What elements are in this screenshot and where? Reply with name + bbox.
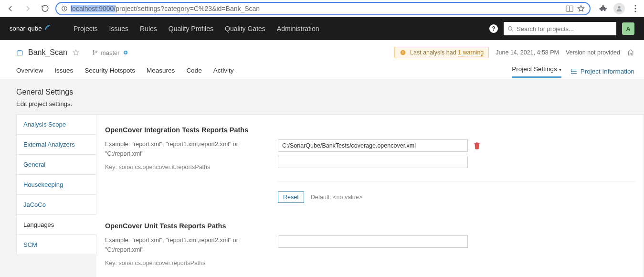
search-box[interactable]: [504, 22, 616, 35]
setting-value-input[interactable]: [278, 235, 468, 248]
tab-code[interactable]: Code: [186, 64, 201, 79]
branch-selector[interactable]: master: [92, 49, 128, 56]
chevron-down-icon: ▾: [559, 67, 561, 72]
tab-security-hotspots[interactable]: Security Hotspots: [84, 64, 135, 79]
svg-point-11: [508, 26, 512, 30]
user-avatar[interactable]: A: [622, 22, 634, 35]
branch-icon: [92, 49, 98, 56]
reset-button[interactable]: Reset: [278, 192, 304, 203]
setting-example: Example: "report.xml", "report1.xml,repo…: [105, 235, 254, 255]
profile-avatar[interactable]: [613, 3, 625, 14]
sidebar-item-housekeeping[interactable]: Housekeeping: [16, 174, 96, 194]
search-icon: [507, 26, 514, 32]
svg-point-5: [618, 6, 620, 8]
list-icon: [571, 69, 578, 75]
nav-quality-profiles[interactable]: Quality Profiles: [169, 25, 213, 32]
page-subtitle: Edit project settings.: [16, 100, 628, 107]
page-body: General Settings Edit project settings. …: [0, 79, 644, 277]
setting-key: Key: sonar.cs.opencover.it.reportsPaths: [105, 162, 254, 172]
back-button[interactable]: [4, 2, 17, 15]
tab-issues[interactable]: Issues: [54, 64, 73, 79]
nav-quality-gates[interactable]: Quality Gates: [225, 25, 265, 32]
menu-icon[interactable]: [631, 4, 640, 13]
svg-point-16: [96, 51, 97, 53]
tab-measures[interactable]: Measures: [147, 64, 175, 79]
version-label: Version not provided: [566, 49, 620, 56]
settings-main: OpenCover Integration Tests Reports Path…: [96, 114, 644, 277]
main-nav: Projects Issues Rules Quality Profiles Q…: [74, 25, 319, 32]
warning-link[interactable]: 1 warning: [458, 49, 484, 56]
reload-button[interactable]: [38, 2, 52, 15]
extensions-icon[interactable]: [598, 4, 608, 13]
setting-title: OpenCover Unit Tests Reports Paths: [105, 222, 635, 230]
reader-icon[interactable]: [566, 5, 573, 12]
svg-point-15: [93, 53, 95, 55]
project-header: Bank_Scan master Last analysis had 1 war…: [0, 40, 644, 79]
sidebar-item-general[interactable]: General: [16, 154, 96, 174]
sidebar-item-jacoco[interactable]: JaCoCo: [16, 194, 96, 214]
setting-example: Example: "report.xml", "report1.xml,repo…: [105, 139, 254, 159]
url-rest: project/settings?category=C%23&id=Bank_S…: [116, 5, 260, 12]
warning-icon: [400, 49, 406, 56]
tab-overview[interactable]: Overview: [16, 64, 43, 79]
svg-text:qube: qube: [28, 25, 42, 32]
setting-value-input[interactable]: [278, 139, 468, 152]
setting-key: Key: sonar.cs.opencover.reportsPaths: [105, 258, 254, 268]
favorite-star-icon[interactable]: [72, 49, 80, 56]
setting-title: OpenCover Integration Tests Reports Path…: [105, 126, 635, 134]
svg-point-7: [634, 8, 636, 9]
project-name: Bank_Scan: [28, 48, 67, 57]
nav-administration[interactable]: Administration: [277, 25, 319, 32]
star-icon[interactable]: [577, 5, 585, 12]
url-selected: localhost:9000/: [71, 5, 116, 12]
forward-button[interactable]: [21, 2, 34, 15]
svg-point-22: [571, 69, 571, 70]
home-icon[interactable]: [627, 49, 634, 56]
svg-line-12: [511, 30, 513, 31]
nav-projects[interactable]: Projects: [74, 25, 98, 32]
project-icon: [16, 49, 23, 56]
nav-rules[interactable]: Rules: [140, 25, 157, 32]
browser-toolbar: localhost:9000/project/settings?category…: [0, 0, 644, 17]
sidebar-item-languages[interactable]: Languages: [16, 214, 96, 234]
info-icon: [61, 5, 68, 12]
branch-name: master: [101, 49, 120, 56]
svg-rect-13: [17, 51, 22, 55]
setting-opencover-unit: OpenCover Unit Tests Reports Paths Examp…: [105, 222, 635, 268]
search-input[interactable]: [517, 25, 612, 32]
analysis-warning: Last analysis had 1 warning: [394, 47, 489, 58]
svg-point-2: [64, 7, 65, 7]
app-header: sonarqube Projects Issues Rules Quality …: [0, 17, 644, 40]
default-label: Default: <no value>: [311, 194, 362, 201]
nav-issues[interactable]: Issues: [109, 25, 128, 32]
address-bar[interactable]: localhost:9000/project/settings?category…: [55, 2, 591, 15]
delete-icon[interactable]: [474, 142, 480, 149]
sidebar-item-scm[interactable]: SCM: [16, 234, 96, 255]
help-icon[interactable]: ?: [489, 24, 498, 33]
svg-point-8: [634, 11, 636, 12]
svg-point-23: [571, 71, 571, 72]
page-title: General Settings: [16, 88, 628, 96]
add-branch-icon[interactable]: [123, 50, 128, 55]
svg-point-14: [93, 50, 95, 52]
logo[interactable]: sonarqube: [10, 23, 62, 34]
analysis-date: June 14, 2021, 4:58 PM: [496, 49, 559, 56]
tab-project-settings[interactable]: Project Settings▾: [512, 65, 561, 78]
settings-sidebar: Analysis Scope External Analyzers Genera…: [16, 114, 96, 277]
setting-value-input-extra[interactable]: [278, 156, 468, 168]
svg-point-6: [634, 5, 636, 6]
sidebar-item-external-analyzers[interactable]: External Analyzers: [16, 134, 96, 154]
tab-activity[interactable]: Activity: [213, 64, 234, 79]
svg-text:sonar: sonar: [10, 25, 26, 32]
project-information-link[interactable]: Project Information: [571, 68, 634, 75]
svg-point-24: [571, 73, 571, 73]
sidebar-item-analysis-scope[interactable]: Analysis Scope: [16, 114, 96, 134]
setting-opencover-it: OpenCover Integration Tests Reports Path…: [105, 126, 635, 203]
warning-text: Last analysis had: [410, 49, 458, 56]
